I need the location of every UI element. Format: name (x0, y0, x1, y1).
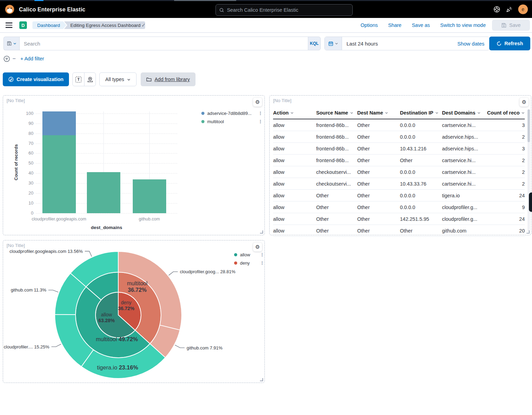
table-row[interactable]: allowOtherOther142.251.5.95cloudprofiler… (273, 213, 525, 225)
sort-chevron-icon (385, 111, 388, 115)
table-cell: 142.251.5.95 (400, 216, 442, 222)
y-tick-label: 80 (22, 131, 33, 136)
save-as-button[interactable]: Save as (412, 22, 430, 28)
refresh-icon (496, 41, 502, 46)
user-avatar[interactable]: e (518, 4, 528, 14)
table-cell: frontend-86b... (316, 134, 357, 140)
global-search-input[interactable] (227, 7, 349, 13)
table-cell: Other (316, 193, 357, 198)
edge-flyout-tab[interactable] (529, 192, 532, 212)
time-range-value[interactable]: Last 24 hours (347, 41, 458, 47)
x-axis-title: dest_domains (36, 225, 177, 230)
kql-language-button[interactable]: KQL (308, 37, 321, 50)
legend-label: allow (240, 252, 260, 257)
check-icon[interactable]: ✓ (141, 22, 146, 28)
create-visualization-label: Create visualization (17, 77, 63, 82)
breadcrumb-current[interactable]: Editing Egress Access Dashboard (64, 21, 145, 29)
legend-item[interactable]: multitool⋮ (201, 119, 263, 124)
sunburst-outer-label: github.com 11.3% (11, 287, 47, 293)
sunburst-inside-label: multitool36.72% (127, 280, 148, 294)
options-button[interactable]: Options (361, 22, 378, 28)
add-from-library-button[interactable]: Add from library (141, 72, 195, 86)
menu-icon[interactable] (6, 22, 12, 28)
table-row[interactable]: allowfrontend-86b...Other10.43.1.216adse… (273, 143, 525, 155)
legend-item[interactable]: adservice-7d8b8d89...⋮ (201, 111, 263, 116)
search-icon (219, 8, 224, 13)
kql-search-input[interactable] (24, 41, 311, 47)
table-cell: 3 (484, 146, 525, 151)
column-header-dest-name[interactable]: Dest Name (357, 110, 400, 116)
global-search[interactable] (215, 4, 353, 16)
add-filter-button[interactable]: + Add filter (20, 56, 44, 61)
create-visualization-button[interactable]: Create visualization (3, 72, 69, 86)
breadcrumb-dashboard[interactable]: Dashboard (32, 21, 66, 29)
kql-search-field[interactable] (19, 37, 311, 50)
table-cell: allow (273, 134, 316, 140)
table-row[interactable]: allowOtherOther0.0.0.0cloudprofiler.g...… (273, 201, 525, 213)
legend-item[interactable]: deny⋮ (234, 260, 264, 266)
legend-menu-icon[interactable]: ⋮ (258, 120, 263, 123)
table-row[interactable]: allowOtherOtherOthergithub.com20 (273, 225, 525, 237)
legend-menu-icon[interactable]: ⋮ (260, 253, 264, 257)
resize-handle-icon[interactable] (260, 378, 263, 381)
table-cell: 2 (484, 169, 525, 175)
sunburst-outer-label: cloudprofiler.googleapis.com 13.56% (10, 249, 83, 254)
all-types-select[interactable]: All types (99, 72, 137, 86)
resize-handle-icon[interactable] (526, 230, 530, 234)
table-row[interactable]: allowfrontend-86b...Other0.0.0.0adservic… (273, 131, 525, 143)
show-dates-button[interactable]: Show dates (458, 41, 484, 47)
table-cell: allow (273, 205, 316, 210)
table-cell: Other (400, 158, 442, 163)
switch-view-mode-button[interactable]: Switch to view mode (440, 22, 486, 28)
all-types-label: All types (105, 77, 124, 82)
query-bar: KQL Last 24 hours Show dates Refresh (3, 37, 530, 50)
table-row[interactable]: allowfrontend-86b...OtherOthercartservic… (273, 155, 525, 166)
dashboard-app-badge[interactable]: D (19, 21, 27, 29)
refresh-button[interactable]: Refresh (489, 37, 530, 50)
column-header-action[interactable]: Action (273, 110, 316, 116)
table-row[interactable]: allowcheckoutservi...Other10.43.33.76car… (273, 178, 525, 190)
help-icon[interactable] (493, 6, 500, 13)
table-cell: allow (273, 169, 316, 175)
save-button[interactable]: Save (492, 20, 530, 31)
column-header-label: Count of reco (487, 110, 520, 116)
table-scrollbar[interactable] (528, 109, 530, 232)
saved-query-menu-button[interactable] (3, 37, 19, 50)
column-header-source-name[interactable]: Source Name (316, 110, 357, 116)
legend-label: adservice-7d8b8d89... (207, 111, 258, 116)
table-row[interactable]: allowcheckoutservi...Other0.0.0.0cartser… (273, 166, 525, 178)
bar-segment-multitool[interactable] (133, 179, 166, 213)
table-cell: allow (273, 122, 316, 128)
column-header-label: Source Name (316, 110, 348, 116)
bar-segment-adservice-7d8b8d89-[interactable] (42, 111, 76, 135)
calendar-menu-button[interactable] (325, 37, 342, 50)
sort-chevron-icon (435, 111, 439, 115)
announcements-icon[interactable] (506, 6, 513, 13)
table-cell: Other (400, 228, 442, 234)
bar-segment-multitool[interactable] (87, 172, 120, 213)
scrollbar-thumb[interactable] (528, 109, 530, 142)
column-header-dest-domains[interactable]: Dest Domains (442, 110, 484, 116)
lens-icon (8, 77, 14, 82)
add-map-button[interactable] (84, 73, 96, 86)
legend-menu-icon[interactable]: ⋮ (260, 261, 264, 265)
column-header-destination-ip[interactable]: Destination IP (400, 110, 442, 116)
table-cell: Other (357, 122, 400, 128)
text-icon: T (76, 77, 81, 82)
table-row[interactable]: allowOtherOther0.0.0.0tigera.io24 (273, 190, 525, 201)
table-cell: Other (357, 169, 400, 175)
add-text-button[interactable]: T (73, 73, 84, 86)
legend-item[interactable]: allow⋮ (234, 252, 264, 257)
filter-icon[interactable] (3, 56, 10, 62)
gear-icon[interactable]: ⚙ (520, 98, 529, 107)
share-button[interactable]: Share (388, 22, 402, 28)
legend-dot (234, 253, 237, 256)
column-header-count-of-reco[interactable]: Count of reco (484, 110, 525, 116)
table-cell: 2 (484, 181, 525, 187)
table-row[interactable]: allowfrontend-86b...Other0.0.0.0cartserv… (273, 119, 525, 131)
legend-menu-icon[interactable]: ⋮ (258, 112, 263, 115)
table-cell: adservice.hips... (442, 146, 484, 151)
legend-dot (201, 112, 204, 115)
bar-segment-multitool[interactable] (42, 135, 76, 213)
resize-handle-icon[interactable] (260, 230, 263, 234)
